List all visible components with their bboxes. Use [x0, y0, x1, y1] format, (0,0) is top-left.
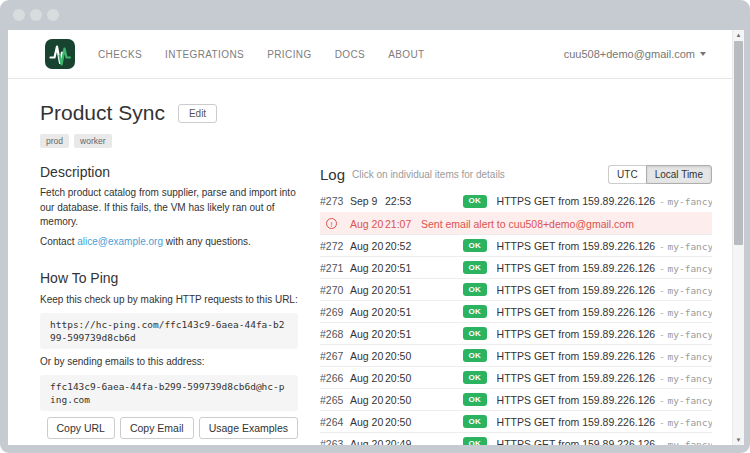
log-row[interactable]: #272 Aug 20 20:52 OK HTTPS GET from 159.…	[320, 234, 712, 256]
log-date: Aug 20	[350, 416, 385, 428]
caret-down-icon	[700, 52, 706, 56]
ok-badge: OK	[463, 349, 487, 362]
log-row[interactable]: #268 Aug 20 20:51 OK HTTPS GET from 159.…	[320, 322, 712, 344]
log-row[interactable]: #273 Sep 9 22:53 OK HTTPS GET from 159.8…	[320, 190, 712, 212]
log-separator: -	[660, 417, 663, 428]
description-contact: Contact alice@example.org with any quest…	[40, 235, 298, 250]
ok-badge: OK	[463, 393, 487, 406]
ok-badge: OK	[463, 261, 487, 274]
log-message: HTTPS GET from 159.89.226.126	[497, 438, 656, 446]
log-row[interactable]: #269 Aug 20 20:51 OK HTTPS GET from 159.…	[320, 300, 712, 322]
log-message-wrap: HTTPS GET from 159.89.226.126 - my-fancy…	[497, 240, 712, 252]
browser-window: CHECKS INTEGRATIONS PRICING DOCS ABOUT c…	[0, 0, 750, 453]
log-message: HTTPS GET from 159.89.226.126	[497, 350, 656, 362]
copy-url-button[interactable]: Copy URL	[47, 417, 115, 439]
log-detail: my-fancy-sy…	[668, 263, 712, 274]
ping-actions: Copy URL Copy Email Usage Examples	[40, 417, 298, 439]
log-detail: my-fancy-sy…	[668, 307, 712, 318]
scroll-up-icon[interactable]: ▲	[733, 31, 744, 39]
ok-badge: OK	[463, 195, 487, 208]
log-time: 20:50	[385, 394, 415, 406]
log-time: 20:50	[385, 372, 415, 384]
log-message-wrap: HTTPS GET from 159.89.226.126 - my-fancy…	[497, 416, 712, 428]
log-message: HTTPS GET from 159.89.226.126	[497, 306, 656, 318]
log-row[interactable]: #270 Aug 20 20:51 OK HTTPS GET from 159.…	[320, 278, 712, 300]
log-subtitle: Click on individual items for details	[352, 169, 505, 180]
page-header: Product Sync Edit prod worker	[8, 79, 732, 149]
log-row[interactable]: #264 Aug 20 20:50 OK HTTPS GET from 159.…	[320, 410, 712, 432]
log-time: 20:49	[385, 438, 415, 446]
brand-logo[interactable]	[45, 39, 75, 69]
log-seq: #263	[320, 438, 350, 446]
log-row[interactable]: #265 Aug 20 20:50 OK HTTPS GET from 159.…	[320, 388, 712, 410]
ok-badge: OK	[463, 371, 487, 384]
log-message-wrap: Sent email alert to cuu508+demo@gmail.co…	[421, 218, 634, 230]
window-minimize-icon[interactable]	[30, 9, 42, 21]
window-maximize-icon[interactable]	[47, 9, 59, 21]
ok-badge: OK	[463, 305, 487, 318]
log-message-wrap: HTTPS GET from 159.89.226.126 - my-fancy…	[497, 195, 712, 207]
log-table: #273 Sep 9 22:53 OK HTTPS GET from 159.8…	[320, 190, 712, 445]
log-message: HTTPS GET from 159.89.226.126	[497, 240, 656, 252]
log-message-wrap: HTTPS GET from 159.89.226.126 - my-fancy…	[497, 438, 712, 446]
log-seq: #269	[320, 306, 350, 318]
nav-links: CHECKS INTEGRATIONS PRICING DOCS ABOUT	[98, 49, 425, 60]
window-close-icon[interactable]	[13, 9, 25, 21]
log-row[interactable]: #263 Aug 20 20:49 OK HTTPS GET from 159.…	[320, 432, 712, 445]
log-detail: my-fancy-sy…	[668, 196, 712, 207]
ping-email-instruction: Or by sending emails to this address:	[40, 355, 298, 370]
log-detail: my-fancy-sy…	[668, 329, 712, 340]
log-message: Sent email alert to cuu508+demo@gmail.co…	[421, 218, 634, 230]
log-seq: #271	[320, 262, 350, 274]
nav-item-pricing[interactable]: PRICING	[267, 49, 311, 60]
log-row[interactable]: #266 Aug 20 20:50 OK HTTPS GET from 159.…	[320, 366, 712, 388]
tag-prod: prod	[40, 134, 69, 148]
log-header: Log Click on individual items for detail…	[320, 165, 712, 184]
log-date: Sep 9	[350, 195, 385, 207]
log-seq: #268	[320, 328, 350, 340]
log-date: Aug 20	[350, 306, 385, 318]
log-seq: #265	[320, 394, 350, 406]
log-seq: !	[320, 218, 350, 229]
account-menu[interactable]: cuu508+demo@gmail.com	[564, 48, 706, 60]
alert-icon: !	[326, 218, 337, 229]
log-date: Aug 20	[350, 394, 385, 406]
vertical-scrollbar[interactable]: ▲ ▼	[732, 30, 744, 445]
log-time: 20:50	[385, 350, 415, 362]
ping-url-code: https://hc-ping.com/ffc143c9-6aea-44fa-b…	[40, 313, 298, 350]
log-message-wrap: HTTPS GET from 159.89.226.126 - my-fancy…	[497, 350, 712, 362]
log-heading: Log	[320, 166, 345, 183]
scroll-down-icon[interactable]: ▼	[733, 436, 744, 444]
nav-item-about[interactable]: ABOUT	[388, 49, 424, 60]
pulse-logo-icon	[45, 39, 75, 69]
log-seq: #272	[320, 240, 350, 252]
ok-badge: OK	[463, 283, 487, 296]
log-detail: my-fancy-sy…	[668, 241, 712, 252]
log-row[interactable]: #267 Aug 20 20:50 OK HTTPS GET from 159.…	[320, 344, 712, 366]
log-detail: my-fancy-sy…	[668, 439, 712, 446]
usage-examples-button[interactable]: Usage Examples	[199, 417, 298, 439]
nav-item-integrations[interactable]: INTEGRATIONS	[165, 49, 244, 60]
log-message-wrap: HTTPS GET from 159.89.226.126 - my-fancy…	[497, 394, 712, 406]
log-time: 21:07	[385, 218, 415, 230]
copy-email-button[interactable]: Copy Email	[120, 417, 194, 439]
log-row[interactable]: ! Aug 20 21:07 Sent email alert to cuu50…	[320, 212, 712, 234]
nav-item-docs[interactable]: DOCS	[335, 49, 366, 60]
ok-badge: OK	[463, 415, 487, 428]
log-message-wrap: HTTPS GET from 159.89.226.126 - my-fancy…	[497, 284, 712, 296]
log-date: Aug 20	[350, 372, 385, 384]
edit-button[interactable]: Edit	[178, 104, 217, 123]
scrollbar-thumb[interactable]	[734, 41, 743, 245]
log-message: HTTPS GET from 159.89.226.126	[497, 372, 656, 384]
contact-email-link[interactable]: alice@example.org	[77, 236, 163, 247]
local-time-toggle-button[interactable]: Local Time	[646, 165, 712, 184]
utc-toggle-button[interactable]: UTC	[608, 165, 646, 184]
log-time: 20:51	[385, 306, 415, 318]
log-row[interactable]: #271 Aug 20 20:51 OK HTTPS GET from 159.…	[320, 256, 712, 278]
log-separator: -	[660, 263, 663, 274]
page-title: Product Sync	[40, 99, 165, 127]
log-separator: -	[660, 373, 663, 384]
log-time: 20:52	[385, 240, 415, 252]
log-detail: my-fancy-sy…	[668, 417, 712, 428]
nav-item-checks[interactable]: CHECKS	[98, 49, 142, 60]
